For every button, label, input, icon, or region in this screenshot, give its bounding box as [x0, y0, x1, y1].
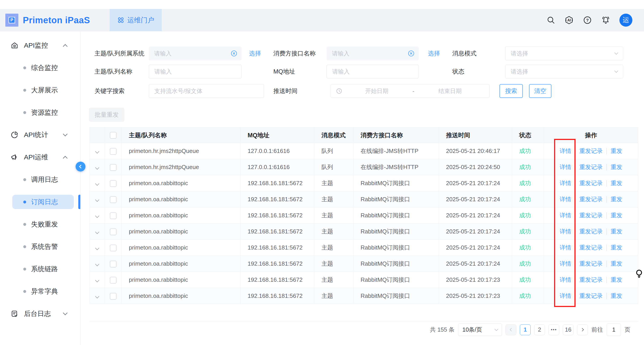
page-size-select[interactable]: 10条/页: [458, 324, 502, 336]
detail-link[interactable]: 详情: [560, 195, 571, 203]
chevron-down-icon: [614, 51, 618, 55]
prev-page-button[interactable]: [506, 325, 516, 335]
ai-assistant-icon[interactable]: AI: [564, 15, 574, 25]
row-expand-icon[interactable]: [95, 230, 99, 234]
row-checkbox[interactable]: [110, 148, 116, 155]
resend-link[interactable]: 重发: [611, 276, 622, 284]
choose-system-link[interactable]: 选择: [249, 46, 261, 60]
row-checkbox[interactable]: [110, 261, 116, 267]
start-date-placeholder[interactable]: 开始日期: [342, 87, 411, 95]
sidebar-item-call-log[interactable]: 调用日志: [0, 168, 80, 191]
queue-name-input[interactable]: [149, 65, 242, 78]
resend-link[interactable]: 重发: [611, 163, 622, 171]
resend-link[interactable]: 重发: [611, 228, 622, 235]
sidebar-item-fail-resend[interactable]: 失败重发: [0, 213, 80, 235]
status-select[interactable]: 请选择: [505, 65, 623, 78]
row-expand-icon[interactable]: [95, 182, 99, 186]
tab-ops-portal[interactable]: 运维门户: [110, 9, 162, 31]
row-expand-icon[interactable]: [95, 246, 99, 250]
sidebar-item-api-ops[interactable]: API运维: [0, 146, 80, 168]
detail-link[interactable]: 详情: [560, 244, 571, 252]
row-checkbox[interactable]: [110, 245, 116, 251]
system-input[interactable]: [149, 46, 242, 60]
resend-link[interactable]: 重发: [611, 195, 622, 203]
detail-link[interactable]: 详情: [560, 228, 571, 235]
detail-link[interactable]: 详情: [560, 292, 571, 300]
end-date-placeholder[interactable]: 结束日期: [416, 87, 484, 95]
clear-circle-icon[interactable]: [408, 50, 415, 58]
detail-link[interactable]: 详情: [560, 276, 571, 284]
push-time-range-picker[interactable]: 开始日期 - 结束日期: [330, 84, 490, 98]
resend-link[interactable]: 重发: [611, 244, 622, 252]
row-checkbox[interactable]: [110, 277, 116, 284]
page-button-last[interactable]: 16: [563, 325, 574, 335]
resend-link[interactable]: 重发: [611, 260, 622, 268]
row-checkbox[interactable]: [110, 196, 116, 203]
row-checkbox[interactable]: [110, 293, 116, 300]
resend-record-link[interactable]: 重发记录: [579, 244, 602, 252]
notifications-bell-icon[interactable]: [601, 15, 610, 25]
sidebar-item-exception-dict[interactable]: 异常字典: [0, 280, 80, 303]
sidebar-item-backend-log[interactable]: 后台日志: [0, 303, 80, 325]
help-icon[interactable]: ?: [583, 15, 592, 25]
consumer-input[interactable]: [326, 46, 419, 60]
page-button-1[interactable]: 1: [520, 325, 530, 335]
keyword-input[interactable]: [149, 84, 264, 98]
row-checkbox[interactable]: [110, 164, 116, 171]
resend-record-link[interactable]: 重发记录: [579, 212, 602, 219]
resend-record-link[interactable]: 重发记录: [579, 195, 602, 203]
resend-link[interactable]: 重发: [611, 292, 622, 300]
user-avatar[interactable]: 运: [620, 14, 632, 27]
resend-link[interactable]: 重发: [611, 179, 622, 187]
detail-link[interactable]: 详情: [560, 212, 571, 219]
detail-link[interactable]: 详情: [560, 147, 571, 155]
row-expand-icon[interactable]: [95, 262, 99, 266]
batch-resend-button[interactable]: 批量重发: [89, 108, 124, 122]
clear-circle-icon[interactable]: [230, 50, 238, 58]
row-checkbox[interactable]: [110, 212, 116, 219]
resend-record-link[interactable]: 重发记录: [579, 276, 602, 284]
resend-record-link[interactable]: 重发记录: [579, 292, 602, 300]
row-expand-icon[interactable]: [95, 149, 99, 153]
page-ellipsis[interactable]: •••: [548, 325, 559, 335]
search-icon[interactable]: [546, 16, 556, 24]
next-page-button[interactable]: [577, 325, 588, 335]
status-success-badge: 成功: [519, 148, 531, 154]
row-checkbox[interactable]: [110, 229, 116, 235]
row-expand-icon[interactable]: [95, 198, 99, 202]
resend-record-link[interactable]: 重发记录: [579, 147, 602, 155]
select-all-checkbox[interactable]: [110, 132, 116, 139]
mq-address-input[interactable]: [326, 65, 419, 78]
resend-record-link[interactable]: 重发记录: [579, 179, 602, 187]
search-button[interactable]: 搜索: [500, 84, 523, 98]
sidebar-item-api-stats[interactable]: API统计: [0, 124, 80, 146]
page-button-2[interactable]: 2: [534, 325, 545, 335]
resend-record-link[interactable]: 重发记录: [579, 163, 602, 171]
detail-link[interactable]: 详情: [560, 260, 571, 268]
detail-link[interactable]: 详情: [560, 179, 571, 187]
resend-record-link[interactable]: 重发记录: [579, 228, 602, 235]
row-expand-icon[interactable]: [95, 165, 99, 169]
row-expand-icon[interactable]: [95, 278, 99, 282]
detail-link[interactable]: 详情: [560, 163, 571, 171]
lightbulb-icon[interactable]: [635, 269, 643, 280]
sidebar-item-resource-monitor[interactable]: 资源监控: [0, 101, 80, 124]
resend-link[interactable]: 重发: [611, 147, 622, 155]
row-expand-icon[interactable]: [95, 294, 99, 298]
choose-consumer-link[interactable]: 选择: [428, 46, 440, 60]
sidebar-item-big-screen[interactable]: 大屏展示: [0, 79, 80, 101]
sidebar-item-overall-monitor[interactable]: 综合监控: [0, 56, 80, 79]
mode-select[interactable]: 请选择: [505, 46, 623, 60]
sidebar-item-system-alert[interactable]: 系统告警: [0, 235, 80, 258]
row-expand-icon[interactable]: [95, 214, 99, 218]
sidebar-collapse-button[interactable]: [76, 162, 86, 171]
goto-page-input[interactable]: [607, 324, 621, 336]
cell-consumer-name: RabbitMQ订阅接口: [354, 240, 439, 256]
sidebar-item-api-monitor[interactable]: API监控: [0, 34, 80, 56]
resend-link[interactable]: 重发: [611, 212, 622, 219]
sidebar-item-subscribe-log[interactable]: 订阅日志: [0, 191, 80, 213]
clear-button[interactable]: 清空: [529, 84, 552, 98]
sidebar-item-system-link[interactable]: 系统链路: [0, 258, 80, 280]
resend-record-link[interactable]: 重发记录: [579, 260, 602, 268]
row-checkbox[interactable]: [110, 180, 116, 187]
